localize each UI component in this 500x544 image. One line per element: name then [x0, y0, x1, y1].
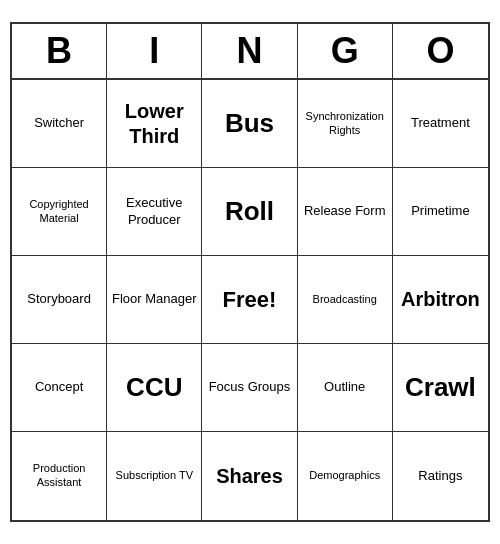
header-i: I [107, 24, 202, 78]
bingo-cell-23: Demographics [298, 432, 393, 520]
bingo-cell-7: Roll [202, 168, 297, 256]
bingo-cell-2: Bus [202, 80, 297, 168]
bingo-cell-5: Copyrighted Material [12, 168, 107, 256]
bingo-cell-1: Lower Third [107, 80, 202, 168]
bingo-cell-22: Shares [202, 432, 297, 520]
bingo-cell-15: Concept [12, 344, 107, 432]
bingo-cell-24: Ratings [393, 432, 488, 520]
bingo-cell-14: Arbitron [393, 256, 488, 344]
bingo-card: B I N G O SwitcherLower ThirdBusSynchron… [10, 22, 490, 522]
bingo-cell-18: Outline [298, 344, 393, 432]
bingo-cell-8: Release Form [298, 168, 393, 256]
bingo-cell-6: Executive Producer [107, 168, 202, 256]
bingo-cell-0: Switcher [12, 80, 107, 168]
bingo-cell-17: Focus Groups [202, 344, 297, 432]
bingo-cell-13: Broadcasting [298, 256, 393, 344]
header-n: N [202, 24, 297, 78]
bingo-cell-9: Primetime [393, 168, 488, 256]
bingo-cell-3: Synchronization Rights [298, 80, 393, 168]
bingo-cell-16: CCU [107, 344, 202, 432]
header-g: G [298, 24, 393, 78]
bingo-header: B I N G O [12, 24, 488, 80]
bingo-cell-19: Crawl [393, 344, 488, 432]
bingo-cell-20: Production Assistant [12, 432, 107, 520]
bingo-grid: SwitcherLower ThirdBusSynchronization Ri… [12, 80, 488, 520]
bingo-cell-11: Floor Manager [107, 256, 202, 344]
bingo-cell-12: Free! [202, 256, 297, 344]
bingo-cell-4: Treatment [393, 80, 488, 168]
header-b: B [12, 24, 107, 78]
bingo-cell-21: Subscription TV [107, 432, 202, 520]
header-o: O [393, 24, 488, 78]
bingo-cell-10: Storyboard [12, 256, 107, 344]
